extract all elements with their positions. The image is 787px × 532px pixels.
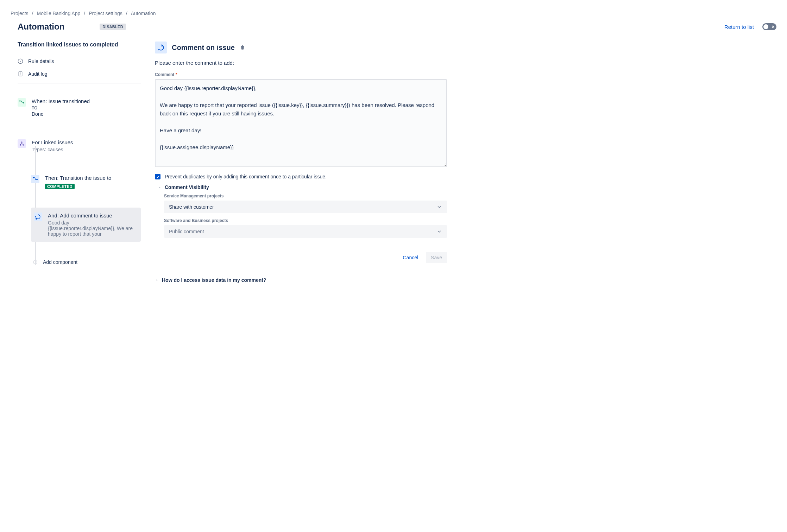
sb-visibility-select[interactable]: Public comment bbox=[164, 225, 447, 238]
chain-for-meta: Types: causes bbox=[32, 147, 141, 152]
comment-textarea[interactable] bbox=[155, 79, 447, 167]
toggle-knob bbox=[763, 24, 768, 29]
breadcrumb-project-name[interactable]: Mobile Banking App bbox=[37, 11, 80, 16]
chain-then-title: Then: Transition the issue to bbox=[45, 175, 141, 181]
add-component-label: Add component bbox=[43, 259, 77, 265]
breadcrumb-current: Automation bbox=[131, 11, 156, 16]
cancel-button[interactable]: Cancel bbox=[398, 252, 423, 263]
branch-icon bbox=[18, 139, 26, 148]
sb-visibility-value: Public comment bbox=[169, 229, 204, 234]
trash-icon bbox=[240, 44, 245, 50]
document-icon bbox=[18, 71, 23, 77]
chevron-down-icon bbox=[436, 204, 442, 210]
content-description: Please enter the comment to add: bbox=[155, 60, 447, 66]
rule-name: Transition linked issues to completed bbox=[18, 42, 141, 48]
sm-projects-label: Service Management projects bbox=[164, 194, 447, 198]
close-icon: ✕ bbox=[772, 25, 775, 29]
chevron-down-icon bbox=[158, 185, 162, 189]
access-data-toggle[interactable]: How do I access issue data in my comment… bbox=[155, 277, 447, 283]
comment-icon bbox=[34, 213, 42, 221]
chain-when-title: When: Issue transitioned bbox=[32, 98, 141, 104]
chain-and-action[interactable]: And: Add comment to issue Good day {{iss… bbox=[31, 208, 141, 242]
rule-enabled-toggle[interactable]: ✕ bbox=[762, 23, 776, 30]
svg-point-9 bbox=[21, 142, 22, 142]
rule-details-label: Rule details bbox=[28, 58, 54, 64]
svg-point-11 bbox=[23, 145, 24, 145]
delete-action-button[interactable] bbox=[240, 44, 245, 51]
transition-icon bbox=[31, 175, 39, 183]
breadcrumb: Projects / Mobile Banking App / Project … bbox=[11, 11, 776, 16]
svg-point-8 bbox=[23, 102, 24, 103]
add-component-button[interactable]: Add component bbox=[31, 259, 141, 265]
comment-field-label: Comment bbox=[155, 72, 174, 77]
page-title: Automation bbox=[18, 22, 64, 32]
chain-for-branch[interactable]: For Linked issues Types: causes bbox=[18, 135, 141, 157]
info-icon bbox=[18, 58, 23, 64]
comment-visibility-label: Comment Visibility bbox=[165, 184, 209, 190]
svg-point-10 bbox=[20, 145, 21, 145]
chain-for-title: For Linked issues bbox=[32, 139, 141, 145]
return-to-list-link[interactable]: Return to list bbox=[724, 24, 754, 30]
breadcrumb-separator: / bbox=[84, 11, 85, 16]
comment-action-icon bbox=[155, 42, 167, 53]
breadcrumb-settings[interactable]: Project settings bbox=[89, 11, 122, 16]
chevron-down-icon bbox=[436, 229, 442, 234]
breadcrumb-projects[interactable]: Projects bbox=[11, 11, 29, 16]
breadcrumb-separator: / bbox=[126, 11, 127, 16]
status-badge: DISABLED bbox=[100, 24, 126, 30]
check-icon bbox=[156, 175, 160, 179]
audit-log-label: Audit log bbox=[28, 71, 47, 77]
chain-then-action[interactable]: Then: Transition the issue to COMPLETED bbox=[31, 171, 141, 194]
trigger-icon bbox=[18, 98, 26, 107]
svg-point-13 bbox=[37, 179, 37, 180]
comment-visibility-toggle[interactable]: Comment Visibility bbox=[158, 184, 447, 190]
breadcrumb-separator: / bbox=[32, 11, 33, 16]
prevent-duplicates-checkbox[interactable] bbox=[155, 174, 160, 179]
completed-badge: COMPLETED bbox=[45, 184, 75, 189]
content-title: Comment on issue bbox=[172, 44, 235, 52]
audit-log-link[interactable]: Audit log bbox=[18, 68, 141, 80]
sm-visibility-value: Share with customer bbox=[169, 204, 214, 210]
prevent-duplicates-label: Prevent duplicates by only adding this c… bbox=[165, 174, 327, 179]
chain-and-preview: Good day {{issue.reporter.displayName}},… bbox=[48, 220, 138, 237]
chevron-right-icon bbox=[155, 278, 159, 282]
add-circle-icon bbox=[33, 260, 37, 264]
chain-and-title: And: Add comment to issue bbox=[48, 213, 138, 218]
sm-visibility-select[interactable]: Share with customer bbox=[164, 201, 447, 213]
access-data-label: How do I access issue data in my comment… bbox=[162, 277, 266, 283]
rule-details-link[interactable]: Rule details bbox=[18, 55, 141, 68]
sb-projects-label: Software and Business projects bbox=[164, 218, 447, 223]
svg-point-12 bbox=[33, 177, 34, 178]
required-indicator: * bbox=[176, 72, 177, 77]
chain-when-trigger[interactable]: When: Issue transitioned TO Done bbox=[18, 94, 141, 121]
save-button[interactable]: Save bbox=[426, 252, 447, 263]
chain-when-value: Done bbox=[32, 111, 141, 117]
svg-point-7 bbox=[20, 101, 20, 101]
chain-when-sub: TO bbox=[32, 106, 141, 110]
